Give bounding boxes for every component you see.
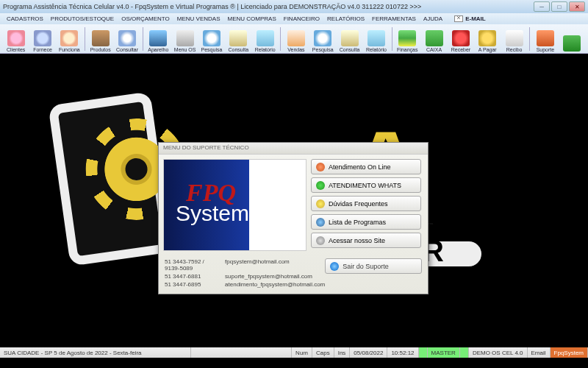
btn-atendimento-whats[interactable]: ATENDIMENTO WHATS	[311, 177, 421, 193]
search-icon	[118, 30, 136, 46]
menu-financeiro[interactable]: FINANCEIRO	[280, 15, 323, 22]
tb-caixa[interactable]: CAIXA	[421, 26, 447, 52]
tb-menuos-label: Menu OS	[174, 47, 196, 52]
tb-pagar-label: A Pagar	[478, 47, 497, 52]
tb-vendas-label: Vendas	[287, 47, 304, 52]
btn-lista-programas[interactable]: Lista de Programas	[311, 214, 421, 230]
window-title: Programa Assistência Técnica Celular v4.…	[3, 3, 421, 10]
tb-cons3-label: Consulta	[340, 47, 360, 52]
toolbar-sep	[143, 27, 143, 51]
phone-2: 51 3447-6881	[165, 273, 212, 280]
brand-system: System	[176, 201, 249, 226]
menu-email[interactable]: E-MAIL	[451, 15, 490, 22]
user-icon	[316, 163, 325, 171]
menu-os-icon	[176, 30, 194, 46]
status-master: MASTER	[428, 347, 460, 358]
search-icon	[203, 30, 220, 46]
btn-atendimento-online[interactable]: Atendimento On Line	[311, 159, 421, 174]
menu-vendas[interactable]: MENU VENDAS	[173, 15, 224, 22]
phone-icon	[48, 91, 172, 266]
tb-produtos[interactable]: Produtos	[87, 26, 113, 52]
tb-finan-label: Finanças	[397, 47, 417, 52]
tb-consulta-vendas[interactable]: Consulta	[337, 26, 362, 52]
close-button[interactable]: ✕	[569, 1, 585, 12]
tb-pesq2-label: Pesquisa	[312, 47, 334, 52]
tb-financas[interactable]: Finanças	[395, 26, 420, 52]
tb-clientes[interactable]: Clientes	[3, 26, 29, 52]
tb-menu-os[interactable]: Menu OS	[172, 26, 198, 52]
menu-produtos-estoque[interactable]: PRODUTOS/ESTOQUE	[47, 15, 118, 22]
btn-duvidas-frequentes[interactable]: Dúvidas Frequentes	[311, 196, 421, 211]
products-icon	[92, 30, 110, 46]
tb-apar-label: Aparelho	[148, 47, 168, 52]
tb-prod-label: Produtos	[90, 47, 111, 52]
btn-whats-label: ATENDIMENTO WHATS	[329, 182, 401, 189]
clients-icon	[7, 30, 25, 46]
menubar: CADASTROS PRODUTOS/ESTOQUE OS/ORÇAMENTO …	[0, 13, 588, 24]
btn-lista-label: Lista de Programas	[329, 219, 386, 226]
tb-recibo-label: Recibo	[506, 47, 523, 52]
brand-panel: FPQ System	[163, 159, 306, 251]
status-email[interactable]: Email	[528, 347, 551, 358]
btn-site-label: Acessar nosso Site	[329, 237, 385, 244]
tb-funcionarios[interactable]: Funciona	[57, 26, 82, 52]
status-caps: Caps	[312, 347, 334, 358]
tb-receb-label: Receber	[451, 47, 470, 52]
tb-exit[interactable]	[559, 26, 585, 52]
search-icon	[314, 30, 331, 46]
menu-ajuda[interactable]: AJUDA	[420, 15, 446, 22]
tb-func-label: Funciona	[59, 47, 80, 52]
btn-sair-suporte[interactable]: Sair do Suporte	[325, 258, 422, 274]
tb-rel1-label: Relatório	[255, 47, 276, 52]
toolbar-sep	[280, 27, 281, 51]
tb-relatorio-os[interactable]: Relatório	[252, 26, 278, 52]
btn-acessar-site[interactable]: Acessar nosso Site	[311, 233, 421, 248]
status-city-date: SUA CIDADE - SP 5 de Agosto de 2022 - Se…	[0, 347, 191, 358]
menu-compras[interactable]: MENU COMPRAS	[224, 15, 280, 22]
minimize-button[interactable]: ─	[534, 1, 550, 12]
status-led	[419, 347, 428, 358]
dialog-title: MENU DO SUPORTE TÉCNICO	[159, 143, 428, 155]
faq-icon	[316, 199, 325, 208]
status-fpqsystem[interactable]: FpqSystem	[551, 347, 588, 358]
btn-faq-label: Dúvidas Frequentes	[329, 200, 388, 208]
tb-caixa-label: CAIXA	[426, 47, 442, 52]
tb-rel2-label: Relatório	[366, 47, 387, 52]
tb-apagar[interactable]: A Pagar	[475, 26, 501, 52]
menu-cadastros[interactable]: CADASTROS	[3, 15, 47, 22]
tb-receber[interactable]: Receber	[448, 26, 473, 52]
maximize-button[interactable]: □	[551, 1, 567, 12]
whatsapp-icon	[316, 181, 325, 190]
contacts-grid: 51 3443-7592 / 9139-5089 fpqsystem@hotma…	[165, 258, 325, 288]
toolbar-sep	[392, 27, 392, 51]
finance-icon	[398, 30, 416, 46]
tb-suporte[interactable]: Suporte	[532, 26, 558, 52]
tb-recibo[interactable]: Recibo	[501, 26, 527, 52]
email-2: suporte_fpqsystem@hotmail.com	[225, 273, 325, 280]
list-icon	[316, 218, 325, 227]
tb-fornecedores[interactable]: Fornece	[29, 26, 55, 52]
device-icon	[149, 30, 167, 46]
report-icon	[257, 30, 274, 46]
tb-vendas[interactable]: Vendas	[283, 26, 309, 52]
tb-relatorio-vendas[interactable]: Relatório	[363, 26, 389, 52]
tb-clientes-label: Clientes	[7, 47, 25, 52]
status-led2	[460, 347, 469, 358]
menu-os-orcamento[interactable]: OS/ORÇAMENTO	[118, 15, 173, 22]
phone-3: 51 3447-6895	[165, 281, 212, 288]
statusbar: SUA CIDADE - SP 5 de Agosto de 2022 - Se…	[0, 347, 588, 358]
report-icon	[368, 30, 385, 46]
tb-cons2-label: Consulta	[228, 47, 248, 52]
tb-consulta-os[interactable]: Consulta	[226, 26, 251, 52]
menu-ferramentas[interactable]: FERRAMENTAS	[368, 15, 420, 22]
tb-cons1-label: Consultar	[116, 47, 138, 52]
menu-relatorios[interactable]: RELATÓRIOS	[323, 15, 368, 22]
tb-consultar-prod[interactable]: Consultar	[114, 26, 140, 52]
phone-1: 51 3443-7592 / 9139-5089	[165, 258, 212, 272]
tb-aparelho[interactable]: Aparelho	[146, 26, 171, 52]
tb-pesquisa-os[interactable]: Pesquisa	[198, 26, 224, 52]
toolbar-sep	[85, 27, 85, 51]
support-dialog: MENU DO SUPORTE TÉCNICO FPQ System Atend…	[158, 142, 429, 294]
pay-icon	[478, 30, 496, 46]
tb-pesquisa-vendas[interactable]: Pesquisa	[310, 26, 336, 52]
